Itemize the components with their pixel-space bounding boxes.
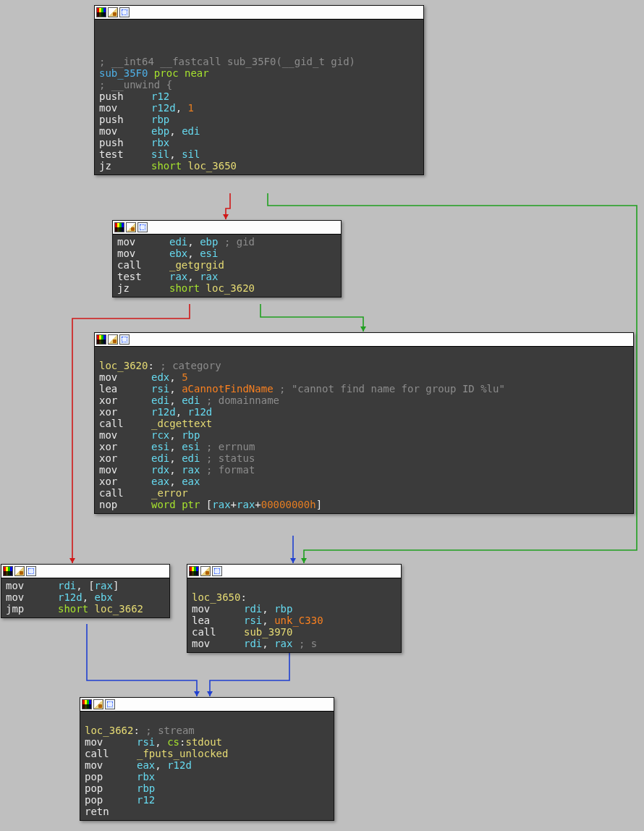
code-line[interactable]: movrsi, cs:stdout bbox=[85, 736, 329, 748]
code-line[interactable]: popr12 bbox=[85, 794, 329, 806]
bb-n0[interactable]: ; __int64 __fastcall sub_35F0(__gid_t gi… bbox=[94, 5, 424, 175]
code-line[interactable] bbox=[99, 44, 419, 56]
titlebar[interactable] bbox=[95, 333, 633, 347]
edit-icon[interactable] bbox=[108, 7, 118, 17]
token-fn: short bbox=[151, 160, 188, 172]
chip-icon[interactable] bbox=[105, 699, 115, 709]
code-line[interactable]: movr12d, 1 bbox=[99, 102, 419, 114]
pal-icon[interactable] bbox=[114, 222, 124, 232]
pal-icon[interactable] bbox=[82, 699, 92, 709]
titlebar[interactable] bbox=[1, 565, 169, 578]
code-line[interactable]: jmpshort loc_3662 bbox=[6, 603, 165, 615]
code-line[interactable]: movr12d, ebx bbox=[6, 591, 165, 603]
bb-n4[interactable]: loc_3650:movrdi, rbplearsi, unk_C330call… bbox=[187, 564, 402, 653]
edit-icon[interactable] bbox=[93, 699, 103, 709]
token-mn: call bbox=[192, 626, 244, 638]
token-lbl: _dcgettext bbox=[151, 418, 212, 429]
edit-icon[interactable] bbox=[108, 334, 118, 345]
code-line[interactable]: movrdi, [rax] bbox=[6, 580, 165, 591]
token-fn: proc near bbox=[148, 67, 208, 79]
code-line[interactable]: learsi, unk_C330 bbox=[192, 615, 397, 626]
token-mn: , bbox=[169, 148, 182, 160]
code-line[interactable]: testrax, rax bbox=[117, 271, 336, 282]
code-line[interactable]: jzshort loc_3650 bbox=[99, 160, 419, 172]
pal-icon[interactable] bbox=[189, 566, 199, 576]
token-mn: : bbox=[148, 360, 153, 371]
code-line[interactable]: xoreax, eax bbox=[99, 476, 629, 487]
code-line[interactable]: callsub_3970 bbox=[192, 626, 397, 638]
token-mn: push bbox=[99, 90, 151, 102]
code-line[interactable]: pushrbx bbox=[99, 137, 419, 148]
code-line[interactable]: moveax, r12d bbox=[85, 759, 329, 771]
chip-icon[interactable] bbox=[119, 7, 130, 17]
code-line[interactable] bbox=[99, 33, 419, 44]
edit-icon[interactable] bbox=[200, 566, 211, 576]
code-line[interactable]: retn bbox=[85, 806, 329, 817]
code-block[interactable]: loc_3650:movrdi, rbplearsi, unk_C330call… bbox=[187, 578, 401, 652]
bb-n5[interactable]: loc_3662: ; streammovrsi, cs:stdoutcall_… bbox=[80, 697, 334, 821]
code-line[interactable] bbox=[192, 580, 397, 591]
code-line[interactable]: xoredi, edi ; domainname bbox=[99, 395, 629, 406]
code-line[interactable]: poprbx bbox=[85, 771, 329, 783]
titlebar[interactable] bbox=[95, 6, 423, 20]
chip-icon[interactable] bbox=[137, 222, 148, 232]
code-block[interactable]: movedi, ebp ; gidmovebx, esicall_getgrgi… bbox=[113, 235, 341, 297]
code-line[interactable]: movebp, edi bbox=[99, 125, 419, 137]
token-mn: jz bbox=[117, 282, 169, 294]
code-line[interactable]: movedx, 5 bbox=[99, 371, 629, 383]
code-line[interactable]: movebx, esi bbox=[117, 248, 336, 259]
code-line[interactable]: ; __unwind { bbox=[99, 79, 419, 90]
code-line[interactable] bbox=[99, 21, 419, 33]
titlebar[interactable] bbox=[80, 698, 334, 712]
code-line[interactable]: ; __int64 __fastcall sub_35F0(__gid_t gi… bbox=[99, 56, 419, 67]
code-line[interactable]: learsi, aCannotFindName ; "cannot find n… bbox=[99, 383, 629, 395]
code-line[interactable]: pushrbp bbox=[99, 114, 419, 125]
code-line[interactable]: nopword ptr [rax+rax+00000000h] bbox=[99, 499, 629, 510]
code-line[interactable]: movrcx, rbp bbox=[99, 429, 629, 441]
chip-icon[interactable] bbox=[26, 566, 36, 576]
code-line[interactable]: loc_3662: ; stream bbox=[85, 725, 329, 736]
pal-icon[interactable] bbox=[96, 7, 106, 17]
token-mn: test bbox=[99, 148, 151, 160]
chip-icon[interactable] bbox=[119, 334, 130, 345]
code-line[interactable] bbox=[99, 348, 629, 360]
edit-icon[interactable] bbox=[126, 222, 136, 232]
code-line[interactable]: poprbp bbox=[85, 783, 329, 794]
token-lbl: loc_3650 bbox=[188, 160, 237, 172]
token-reg: edi bbox=[169, 236, 187, 248]
code-line[interactable] bbox=[85, 713, 329, 725]
code-line[interactable]: call_error bbox=[99, 487, 629, 499]
code-block[interactable]: loc_3620: ; categorymovedx, 5learsi, aCa… bbox=[95, 347, 633, 513]
code-line[interactable]: call_dcgettext bbox=[99, 418, 629, 429]
code-line[interactable]: xoresi, esi ; errnum bbox=[99, 441, 629, 452]
token-cm: ; status bbox=[200, 452, 255, 464]
edit-icon[interactable] bbox=[14, 566, 25, 576]
chip-icon[interactable] bbox=[212, 566, 222, 576]
code-block[interactable]: ; __int64 __fastcall sub_35F0(__gid_t gi… bbox=[95, 20, 423, 174]
code-block[interactable]: movrdi, [rax]movr12d, ebxjmpshort loc_36… bbox=[1, 578, 169, 617]
code-line[interactable]: testsil, sil bbox=[99, 148, 419, 160]
code-line[interactable]: call_getgrgid bbox=[117, 259, 336, 271]
code-line[interactable]: movedi, ebp ; gid bbox=[117, 236, 336, 248]
code-line[interactable]: jzshort loc_3620 bbox=[117, 282, 336, 294]
code-line[interactable]: pushr12 bbox=[99, 90, 419, 102]
token-mn: mov bbox=[192, 603, 244, 615]
code-line[interactable]: sub_35F0 proc near bbox=[99, 67, 419, 79]
bb-n3[interactable]: movrdi, [rax]movr12d, ebxjmpshort loc_36… bbox=[1, 564, 170, 618]
code-line[interactable]: call_fputs_unlocked bbox=[85, 748, 329, 759]
titlebar[interactable] bbox=[113, 221, 341, 235]
code-line[interactable]: xorr12d, r12d bbox=[99, 406, 629, 418]
code-line[interactable]: movrdx, rax ; format bbox=[99, 464, 629, 476]
code-block[interactable]: loc_3662: ; streammovrsi, cs:stdoutcall_… bbox=[80, 712, 334, 820]
pal-icon[interactable] bbox=[96, 334, 106, 345]
code-line[interactable]: loc_3650: bbox=[192, 591, 397, 603]
bb-n1[interactable]: movedi, ebp ; gidmovebx, esicall_getgrgi… bbox=[112, 220, 342, 298]
code-line[interactable]: movrdi, rax ; s bbox=[192, 638, 397, 649]
token-mn: , bbox=[262, 638, 274, 649]
pal-icon[interactable] bbox=[3, 566, 13, 576]
titlebar[interactable] bbox=[187, 565, 401, 578]
bb-n2[interactable]: loc_3620: ; categorymovedx, 5learsi, aCa… bbox=[94, 332, 634, 514]
code-line[interactable]: movrdi, rbp bbox=[192, 603, 397, 615]
code-line[interactable]: xoredi, edi ; status bbox=[99, 452, 629, 464]
code-line[interactable]: loc_3620: ; category bbox=[99, 360, 629, 371]
